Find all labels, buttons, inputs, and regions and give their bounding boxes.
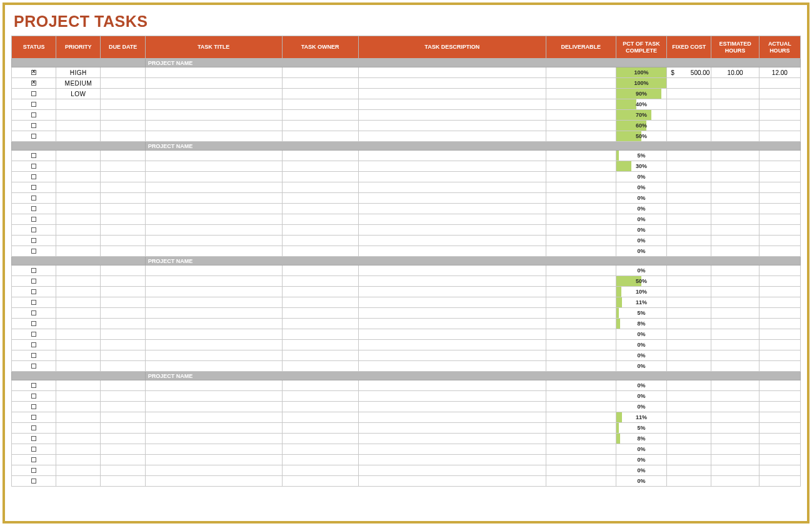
status-checkbox-icon[interactable] [31,227,36,232]
fixed-cost-cell[interactable] [667,89,711,99]
task-owner-cell[interactable] [282,297,358,308]
estimated-hours-cell[interactable] [711,99,759,110]
actual-hours-cell[interactable] [759,78,800,89]
priority-cell[interactable] [56,423,101,434]
actual-hours-cell[interactable] [759,340,800,350]
actual-hours-cell[interactable] [759,412,800,423]
actual-hours-cell[interactable] [759,214,800,225]
task-owner-cell[interactable] [282,434,358,444]
fixed-cost-cell[interactable] [667,287,711,297]
task-owner-cell[interactable] [282,172,358,182]
actual-hours-cell[interactable] [759,131,800,142]
deliverable-cell[interactable] [546,319,616,329]
pct-complete-cell[interactable]: 11% [616,412,666,423]
status-checkbox-icon[interactable] [31,153,36,158]
status-cell[interactable] [12,246,56,257]
task-owner-cell[interactable] [282,391,358,402]
actual-hours-cell[interactable]: 12.00 [759,67,800,78]
due-date-cell[interactable] [101,131,145,142]
due-date-cell[interactable] [101,121,145,131]
status-cell[interactable] [12,465,56,476]
deliverable-cell[interactable] [546,423,616,434]
actual-hours-cell[interactable] [759,110,800,121]
pct-complete-cell[interactable]: 11% [616,297,666,308]
task-desc-cell[interactable] [358,193,546,204]
task-owner-cell[interactable] [282,276,358,287]
deliverable-cell[interactable] [546,225,616,236]
fixed-cost-cell[interactable] [667,99,711,110]
status-checkbox-icon[interactable] [31,383,36,388]
actual-hours-cell[interactable] [759,276,800,287]
task-desc-cell[interactable] [358,276,546,287]
actual-hours-cell[interactable] [759,380,800,391]
deliverable-cell[interactable] [546,412,616,423]
pct-complete-cell[interactable]: 40% [616,99,666,110]
status-checkbox-icon[interactable] [31,468,36,473]
task-owner-cell[interactable] [282,319,358,329]
status-cell[interactable] [12,402,56,412]
task-owner-cell[interactable] [282,182,358,193]
estimated-hours-cell[interactable] [711,319,759,329]
task-owner-cell[interactable] [282,455,358,465]
task-title-cell[interactable] [145,476,282,487]
deliverable-cell[interactable] [546,402,616,412]
priority-cell[interactable] [56,172,101,182]
status-cell[interactable] [12,380,56,391]
due-date-cell[interactable] [101,361,145,372]
fixed-cost-cell[interactable] [667,236,711,246]
status-cell[interactable] [12,182,56,193]
pct-complete-cell[interactable]: 50% [616,131,666,142]
fixed-cost-cell[interactable] [667,151,711,161]
fixed-cost-cell[interactable] [667,329,711,340]
task-title-cell[interactable] [145,193,282,204]
due-date-cell[interactable] [101,214,145,225]
task-title-cell[interactable] [145,246,282,257]
deliverable-cell[interactable] [546,172,616,182]
deliverable-cell[interactable] [546,89,616,99]
pct-complete-cell[interactable]: 0% [616,225,666,236]
fixed-cost-cell[interactable] [667,204,711,214]
deliverable-cell[interactable] [546,465,616,476]
pct-complete-cell[interactable]: 0% [616,476,666,487]
estimated-hours-cell[interactable] [711,308,759,319]
deliverable-cell[interactable] [546,276,616,287]
deliverable-cell[interactable] [546,265,616,276]
task-owner-cell[interactable] [282,361,358,372]
priority-cell[interactable] [56,161,101,172]
priority-cell[interactable] [56,276,101,287]
actual-hours-cell[interactable] [759,182,800,193]
task-owner-cell[interactable] [282,412,358,423]
estimated-hours-cell[interactable] [711,265,759,276]
pct-complete-cell[interactable]: 30% [616,161,666,172]
task-title-cell[interactable] [145,89,282,99]
fixed-cost-cell[interactable] [667,391,711,402]
due-date-cell[interactable] [101,193,145,204]
status-checkbox-icon[interactable] [31,185,36,190]
estimated-hours-cell[interactable] [711,246,759,257]
fixed-cost-cell[interactable] [667,361,711,372]
status-cell[interactable] [12,455,56,465]
deliverable-cell[interactable] [546,67,616,78]
status-checkbox-icon[interactable] [31,164,36,169]
deliverable-cell[interactable] [546,236,616,246]
estimated-hours-cell[interactable] [711,172,759,182]
estimated-hours-cell[interactable] [711,444,759,455]
priority-cell[interactable] [56,99,101,110]
task-desc-cell[interactable] [358,455,546,465]
actual-hours-cell[interactable] [759,151,800,161]
priority-cell[interactable]: MEDIUM [56,78,101,89]
priority-cell[interactable]: LOW [56,89,101,99]
task-desc-cell[interactable] [358,412,546,423]
status-checkbox-icon[interactable] [31,112,36,117]
priority-cell[interactable] [56,412,101,423]
actual-hours-cell[interactable] [759,161,800,172]
fixed-cost-cell[interactable] [667,276,711,287]
task-owner-cell[interactable] [282,423,358,434]
status-checkbox-icon[interactable] [31,81,36,86]
deliverable-cell[interactable] [546,455,616,465]
actual-hours-cell[interactable] [759,329,800,340]
deliverable-cell[interactable] [546,297,616,308]
deliverable-cell[interactable] [546,444,616,455]
task-title-cell[interactable] [145,380,282,391]
task-desc-cell[interactable] [358,340,546,350]
